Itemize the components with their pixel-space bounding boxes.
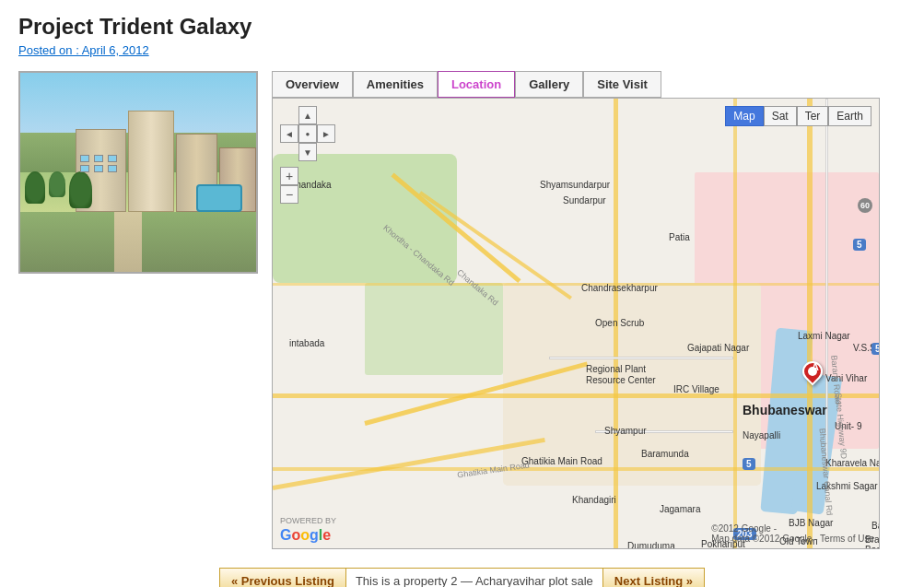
map-type-sat[interactable]: Sat bbox=[764, 106, 797, 126]
ctrl-empty1 bbox=[280, 106, 298, 124]
attribution-1: ©2012 Google - bbox=[711, 523, 874, 534]
label-sundarpur: Sundarpur bbox=[563, 195, 606, 205]
map-container[interactable]: 5 5 5 203 5 60 Chandaka Shyamsundarpur S… bbox=[272, 98, 880, 549]
google-logo: POWERED BY Google bbox=[280, 516, 336, 544]
map-type-ter[interactable]: Ter bbox=[797, 106, 829, 126]
next-listing-button[interactable]: Next Listing » bbox=[602, 568, 705, 587]
tab-overview[interactable]: Overview bbox=[272, 71, 353, 98]
powered-by-text: POWERED BY bbox=[280, 516, 336, 525]
ctrl-right[interactable]: ► bbox=[317, 124, 335, 143]
posted-date: Posted on : April 6, 2012 bbox=[18, 43, 906, 57]
label-dumuduma: Dumuduma bbox=[627, 541, 675, 549]
route-badge-5b: 5 bbox=[871, 343, 880, 355]
label-shyamsundarpur: Shyamsundarpur bbox=[540, 180, 610, 190]
ctrl-empty4 bbox=[317, 143, 335, 161]
tab-gallery[interactable]: Gallery bbox=[515, 71, 583, 98]
bottom-navigation: « Previous Listing This is a property 2 … bbox=[18, 568, 906, 587]
map-type-controls: Map Sat Ter Earth bbox=[725, 106, 871, 126]
route-badge-60: 60 bbox=[858, 198, 872, 213]
ctrl-zoom-in[interactable]: + bbox=[280, 167, 298, 185]
google-wordmark: Google bbox=[280, 527, 336, 544]
map-controls: ▲ ◄ ● ► ▼ + − bbox=[280, 106, 335, 204]
listing-description: This is a property 2 — Acharyavihar plot… bbox=[346, 568, 602, 587]
map-attribution: ©2012 Google - Map data ©2012 Google - T… bbox=[711, 523, 874, 544]
label-bhubaneswar: Bhubaneswar bbox=[743, 403, 827, 417]
tab-location[interactable]: Location bbox=[438, 71, 515, 98]
route-badge-5: 5 bbox=[853, 239, 866, 251]
tab-site-visit[interactable]: Site Visit bbox=[583, 71, 661, 98]
ctrl-left[interactable]: ◄ bbox=[280, 124, 298, 143]
ctrl-zoom-out[interactable]: − bbox=[280, 185, 298, 204]
tab-amenities[interactable]: Amenities bbox=[353, 71, 438, 98]
ctrl-center[interactable]: ● bbox=[298, 124, 317, 143]
ctrl-empty2 bbox=[317, 106, 335, 124]
label-jagamara: Jagamara bbox=[660, 504, 700, 514]
ctrl-down[interactable]: ▼ bbox=[298, 143, 317, 161]
label-patia: Patia bbox=[669, 232, 690, 242]
page-title: Project Trident Galaxy bbox=[18, 14, 906, 40]
map-background: 5 5 5 203 5 60 Chandaka Shyamsundarpur S… bbox=[273, 99, 879, 548]
map-type-map[interactable]: Map bbox=[725, 106, 763, 126]
map-marker-a[interactable]: A bbox=[802, 361, 825, 391]
tabs: Overview Amenities Location Gallery Site… bbox=[272, 71, 906, 98]
attribution-2: Map data ©2012 Google - Terms of Use bbox=[711, 534, 874, 544]
label-bagh: Bagh bbox=[865, 545, 880, 549]
map-type-earth[interactable]: Earth bbox=[828, 106, 871, 126]
ctrl-up[interactable]: ▲ bbox=[298, 106, 317, 124]
ctrl-empty3 bbox=[280, 143, 298, 161]
route-badge-5d: 5 bbox=[558, 548, 571, 549]
right-panel: Overview Amenities Location Gallery Site… bbox=[272, 71, 906, 549]
label-khandagiri: Khandagiri bbox=[572, 495, 616, 505]
label-intabada: intabada bbox=[289, 338, 324, 348]
route-badge-5c: 5 bbox=[743, 458, 755, 470]
property-image bbox=[18, 71, 258, 274]
prev-listing-button[interactable]: « Previous Listing bbox=[219, 568, 346, 587]
